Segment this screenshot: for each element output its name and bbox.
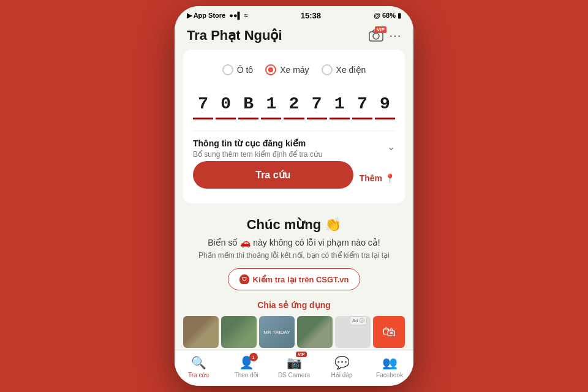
license-plate[interactable]: 7 0 B 1 2 7 1 7 9 [193,84,395,126]
radio-xemay[interactable]: Xe máy [265,64,309,75]
status-left: ▶ App Store ●●▌ ≈ [187,12,248,20]
header-icons: VIP ⋯ [368,28,401,43]
vip-label: VIP [375,26,386,33]
shopee-ad[interactable]: 🛍 [373,316,405,348]
radio-label-xedien: Xe điện [336,65,366,75]
thumb-4[interactable] [297,316,333,348]
camera-vip-nav-badge: VIP [296,352,306,357]
nav-item-dscamera[interactable]: 📷 VIP DS Camera [276,355,312,379]
camera-nav-icon: 📷 [287,356,302,369]
result-section: Chúc mừng 👏 Biển số 🚗 này không có lỗi v… [175,211,413,350]
plate-char-1[interactable]: 0 [216,90,236,119]
camera-badge-wrapper: 📷 VIP [287,355,302,370]
phone-container: ▶ App Store ●●▌ ≈ 15:38 @ 68% ▮ Tra Phạt… [175,6,413,386]
phan-mem-text: Phần mềm thi thoảng lỗi kết nối, bạn có … [183,251,405,260]
radio-label-oto: Ô tô [237,65,253,75]
nav-item-hoidap[interactable]: 💬 Hỏi đáp [323,355,360,379]
facebook-nav-icon: 👥 [382,355,398,370]
scroll-area[interactable]: Ô tô Xe máy Xe điện 7 0 B 1 2 7 1 [175,50,413,350]
radio-xedien[interactable]: Xe điện [322,64,366,75]
header: Tra Phạt Nguội VIP ⋯ [175,23,413,50]
theodoi-notif-badge: 1 [249,353,258,361]
nav-label-hoidap: Hỏi đáp [331,372,353,379]
nav-item-tracuu[interactable]: 🔍 Tra cứu [180,355,217,379]
chat-nav-icon: 💬 [334,355,350,370]
info-section[interactable]: Thông tin từ cục đăng kiểm Bổ sung thêm … [193,130,395,161]
status-time: 15:38 [301,11,321,20]
plate-char-5[interactable]: 7 [307,90,327,119]
vehicle-radio-group: Ô tô Xe máy Xe điện [193,58,395,84]
nav-item-theodoi[interactable]: 👤 1 Theo dõi [228,355,265,379]
plate-char-0[interactable]: 7 [193,90,213,119]
nav-label-dscamera: DS Camera [278,372,310,379]
info-text-block: Thông tin từ cục đăng kiểm Bổ sung thêm … [193,138,322,159]
radio-oto[interactable]: Ô tô [222,64,253,75]
ad-thumbnails: MR TRIDAY Ad ⓘ ✕ 🛍 [183,316,405,348]
bien-so-text: Biển số 🚗 này không có lỗi vi phạm nào c… [183,238,405,247]
radio-circle-xedien [322,64,333,75]
check-csgt-label: Kiểm tra lại trên CSGT.vn [253,275,349,284]
them-button[interactable]: Thêm 📍 [360,173,395,183]
plate-char-3[interactable]: 1 [261,90,281,119]
radio-circle-oto [222,64,233,75]
plate-char-2[interactable]: B [238,90,258,119]
theodoi-badge-wrapper: 👤 1 [239,355,254,370]
chia-se-label: Chia sẻ ứng dụng [183,300,405,310]
plate-char-6[interactable]: 1 [330,90,350,119]
search-button[interactable]: Tra cứu [193,161,353,189]
thumb-3[interactable]: MR TRIDAY [259,316,295,348]
action-buttons-row: Tra cứu Thêm 📍 [193,161,395,195]
thumb-1[interactable] [183,316,219,348]
page-title: Tra Phạt Nguội [187,28,282,43]
main-card: Ô tô Xe máy Xe điện 7 0 B 1 2 7 1 [183,50,405,203]
radio-circle-xemay [265,64,276,75]
chuc-mung-title: Chúc mừng 👏 [183,217,405,233]
vip-icon-wrapper[interactable]: VIP [368,29,384,42]
check-csgt-button[interactable]: 🛡 Kiểm tra lại trên CSGT.vn [228,268,361,290]
nav-label-facebook: Facebook [376,372,403,379]
them-label: Thêm [360,173,382,183]
thumb-2[interactable] [221,316,257,348]
radio-label-xemay: Xe máy [280,65,309,75]
shield-icon: 🛡 [239,274,249,284]
svg-point-1 [373,33,379,39]
bottom-nav: 🔍 Tra cứu 👤 1 Theo dõi 📷 VIP DS Camera 💬… [175,350,413,386]
info-title: Thông tin từ cục đăng kiểm [193,138,322,148]
nav-item-facebook[interactable]: 👥 Facebook [371,355,408,379]
chevron-down-icon: ⌄ [387,141,395,153]
nav-label-theodoi: Theo dõi [235,372,258,379]
location-icon: 📍 [385,173,395,183]
ad-badge: Ad ⓘ [350,316,367,325]
plate-char-7[interactable]: 7 [352,90,372,119]
plate-char-4[interactable]: 2 [284,90,304,119]
status-right: @ 68% ▮ [374,12,401,20]
plate-char-8[interactable]: 9 [375,90,395,119]
info-subtitle: Bổ sung thêm tem kiểm định để tra cứu [193,150,322,159]
status-bar: ▶ App Store ●●▌ ≈ 15:38 @ 68% ▮ [175,6,413,23]
search-nav-icon: 🔍 [191,355,206,370]
more-icon[interactable]: ⋯ [389,28,401,43]
nav-label-tracuu: Tra cứu [188,372,209,379]
